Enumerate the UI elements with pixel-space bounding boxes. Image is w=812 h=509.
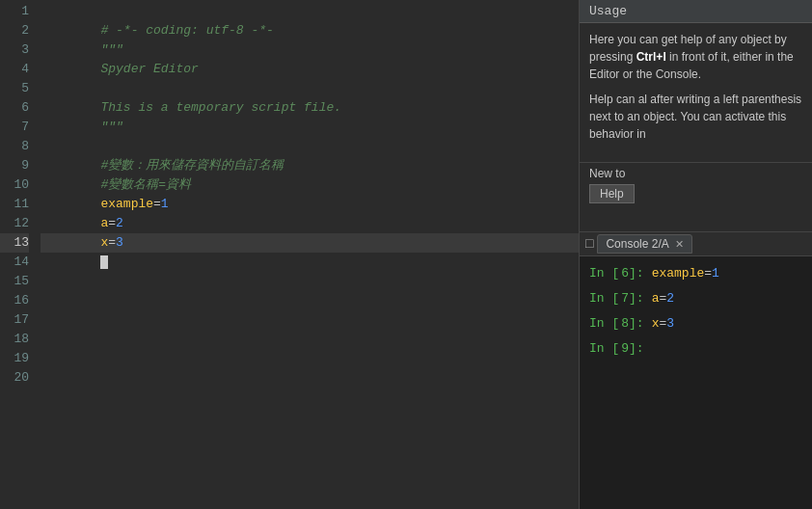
console-tab-close-icon[interactable]: ✕ <box>675 238 684 251</box>
line9-text: #變數名稱=資料 <box>100 177 191 192</box>
prompt-colon-8: ]: <box>629 314 644 334</box>
line12-num: 3 <box>116 235 123 250</box>
line-num-7: 7 <box>0 118 29 137</box>
line3-text: Spyder Editor <box>100 62 198 76</box>
line-num-14: 14 <box>0 253 29 272</box>
code-line-20 <box>41 368 579 388</box>
editor-content: 1 2 3 4 5 6 7 8 9 10 11 12 13 14 15 16 1… <box>0 0 579 509</box>
help-panel-header: Usage <box>580 0 812 23</box>
prompt-num-6: 6 <box>621 264 629 283</box>
line-num-16: 16 <box>0 291 29 310</box>
line-num-4: 4 <box>0 60 29 79</box>
line11-num: 2 <box>116 216 123 230</box>
help-new-to-section: New to Help <box>580 162 812 207</box>
code-line-14 <box>41 253 579 272</box>
line1-text: # -*- coding: utf-8 -*- <box>100 23 273 38</box>
console-tab-label: Console 2/A <box>606 237 668 251</box>
line-num-5: 5 <box>0 79 29 98</box>
right-panels: Usage Here you can get help of any objec… <box>579 0 812 509</box>
line-num-19: 19 <box>0 349 29 368</box>
line6-text: """ <box>100 120 122 134</box>
line-num-3: 3 <box>0 40 29 60</box>
prompt-num-7: 7 <box>621 289 629 308</box>
line-num-18: 18 <box>0 330 29 349</box>
prompt-in-6: In [ <box>589 264 619 283</box>
line-num-13: 13 <box>0 233 29 253</box>
console-prompt-7: In [ 7 ]: a=2 <box>589 289 802 308</box>
help-panel: Usage Here you can get help of any objec… <box>579 0 812 231</box>
console-tab[interactable]: Console 2/A ✕ <box>597 234 691 254</box>
help-content: Here you can get help of any object by p… <box>580 23 812 158</box>
console-prompt-6: In [ 6 ]: example=1 <box>589 264 802 283</box>
code-line-17 <box>41 310 579 330</box>
line8-text: #變數：用來儲存資料的自訂名稱 <box>100 158 284 173</box>
prompt-code-9 <box>652 339 660 359</box>
help-button[interactable]: Help <box>589 184 635 203</box>
console-panel: □ Console 2/A ✕ In [ 6 ]: example=1 In [… <box>579 231 812 509</box>
help-text-1: Here you can get help of any object by p… <box>589 31 802 83</box>
line2-text: """ <box>100 42 122 57</box>
line-num-1: 1 <box>0 2 29 21</box>
line10-num: 1 <box>161 197 169 211</box>
console-prompt-9[interactable]: In [ 9 ]: <box>589 339 802 359</box>
line-num-17: 17 <box>0 310 29 330</box>
line5-text: This is a temporary script file. <box>100 100 341 115</box>
prompt-code-8: x=3 <box>652 314 674 334</box>
line-num-8: 8 <box>0 137 29 156</box>
console-prompt-8: In [ 8 ]: x=3 <box>589 314 802 334</box>
line-num-15: 15 <box>0 272 29 291</box>
code-line-8: #變數：用來儲存資料的自訂名稱 <box>41 137 579 156</box>
editor-panel: 1 2 3 4 5 6 7 8 9 10 11 12 13 14 15 16 1… <box>0 0 579 509</box>
line-numbers: 1 2 3 4 5 6 7 8 9 10 11 12 13 14 15 16 1… <box>0 0 37 509</box>
prompt-colon-7: ]: <box>629 289 644 308</box>
code-line-5: This is a temporary script file. <box>41 79 579 98</box>
help-new-to-text: New to <box>589 167 625 180</box>
code-line-16 <box>41 291 579 310</box>
prompt-code-6: example=1 <box>652 264 719 283</box>
prompt-num-9: 9 <box>621 339 629 359</box>
code-area[interactable]: # -*- coding: utf-8 -*- """ Spyder Edito… <box>37 0 579 509</box>
line10-var: example <box>100 197 153 211</box>
console-layout-icon[interactable]: □ <box>585 236 593 252</box>
line-num-11: 11 <box>0 195 29 214</box>
line-num-9: 9 <box>0 156 29 175</box>
line-num-6: 6 <box>0 98 29 118</box>
line-num-10: 10 <box>0 175 29 195</box>
line-num-2: 2 <box>0 21 29 40</box>
code-line-19 <box>41 349 579 368</box>
prompt-colon-9: ]: <box>629 339 644 359</box>
help-ctrl-key: Ctrl+I <box>636 50 666 64</box>
line-num-20: 20 <box>0 368 29 388</box>
prompt-colon-6: ]: <box>629 264 644 283</box>
prompt-in-9: In [ <box>589 339 619 359</box>
prompt-code-7: a=2 <box>652 289 674 308</box>
console-body: In [ 6 ]: example=1 In [ 7 ]: a=2 In [ 8 <box>580 256 812 509</box>
line-num-12: 12 <box>0 214 29 233</box>
code-line-18 <box>41 330 579 349</box>
prompt-in-7: In [ <box>589 289 619 308</box>
prompt-in-8: In [ <box>589 314 619 334</box>
help-title: Usage <box>589 4 627 18</box>
prompt-num-8: 8 <box>621 314 629 334</box>
console-header: □ Console 2/A ✕ <box>580 232 812 256</box>
text-cursor <box>100 255 108 269</box>
code-line-15 <box>41 272 579 291</box>
code-line-1: # -*- coding: utf-8 -*- <box>41 2 579 21</box>
help-text-2: Help can al after writing a left parenth… <box>589 91 802 143</box>
